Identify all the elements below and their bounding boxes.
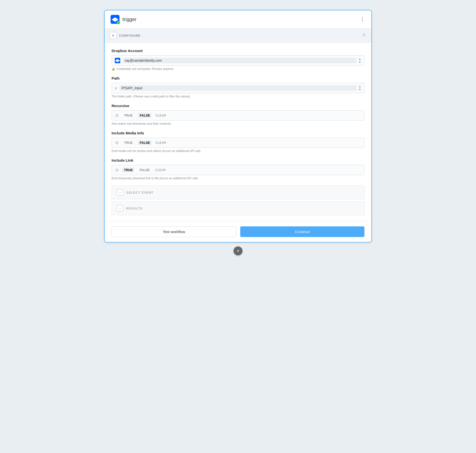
lock-icon: 🔒 [112, 67, 115, 71]
path-value: /PSAPI_Input [119, 85, 357, 91]
include-media-info-toggle-row: ⊙ TRUE FALSE CLEAR [112, 138, 364, 148]
path-label: Path [112, 76, 364, 80]
svg-line-1 [362, 34, 364, 36]
include-media-info-section: Include Media Info ⊙ TRUE FALSE CLEAR Em… [112, 131, 364, 153]
add-step-button[interactable]: + [234, 246, 242, 255]
trigger-label: trigger [122, 17, 137, 22]
media-info-true-button[interactable]: TRUE [122, 140, 134, 145]
card-footer: Test workflow Continue [105, 221, 371, 242]
toggle-icon-media: ⊙ [115, 140, 119, 145]
include-link-true-button[interactable]: TRUE [122, 168, 134, 172]
recursive-toggle-row: ⊙ TRUE FALSE CLEAR [112, 110, 364, 121]
main-card: ✓ trigger ⋮ ∨ CONFIGURE Dropbox Account [104, 10, 372, 242]
results-label: RESULTS [126, 207, 143, 210]
recursive-false-button[interactable]: FALSE [138, 113, 151, 118]
card-header: ✓ trigger ⋮ [105, 10, 371, 29]
recursive-true-button[interactable]: TRUE [122, 113, 134, 118]
include-link-false-button[interactable]: FALSE [138, 168, 151, 172]
dropbox-account-hint: 🔒 Credentials are encrypted. Revoke anyt… [112, 67, 364, 71]
dropbox-small-icon [115, 58, 120, 63]
chevron-down-icon: ∨ [112, 33, 114, 37]
select-event-section[interactable]: › SELECT EVENT [112, 185, 364, 199]
hamburger-icon: ≡ [115, 86, 117, 90]
path-section: Path ≡ /PSAPI_Input ▲ ▼ The folder path.… [112, 76, 364, 98]
recursive-section: Recursive ⊙ TRUE FALSE CLEAR Also watch … [112, 104, 364, 125]
include-media-info-label: Include Media Info [112, 131, 364, 135]
dropbox-logo: ✓ [111, 15, 119, 24]
dropbox-account-section: Dropbox Account ray@camdenfamily.com ▲ ▼… [112, 49, 364, 71]
configure-bar: ∨ CONFIGURE [105, 29, 371, 43]
include-link-clear-button[interactable]: CLEAR [155, 168, 166, 172]
select-arrows: ▲ ▼ [358, 58, 361, 63]
configure-left: ∨ CONFIGURE [110, 32, 141, 39]
path-hint: The folder path. (Please use a valid pat… [112, 95, 364, 98]
path-select[interactable]: ≡ /PSAPI_Input ▲ ▼ [112, 83, 364, 93]
header-left: ✓ trigger [111, 15, 137, 24]
toggle-icon-link: ⊙ [115, 168, 119, 172]
configure-label: CONFIGURE [119, 34, 141, 37]
pin-svg [361, 32, 366, 37]
test-workflow-button[interactable]: Test workflow [112, 226, 236, 237]
media-info-hint: Emit media info for photos and videos (i… [112, 149, 364, 153]
select-event-label: SELECT EVENT [126, 191, 153, 194]
include-link-toggle-row: ⊙ TRUE FALSE CLEAR [112, 165, 364, 175]
dropbox-account-label: Dropbox Account [112, 49, 364, 53]
dropbox-account-value: ray@camdenfamily.com [123, 58, 357, 63]
more-options-icon[interactable]: ⋮ [360, 16, 365, 23]
pin-icon [361, 32, 366, 39]
recursive-hint: Also watch sub-directories and their con… [112, 122, 364, 125]
media-info-false-button[interactable]: FALSE [138, 140, 151, 145]
include-link-section: Include Link ⊙ TRUE FALSE CLEAR Emit tem… [112, 158, 364, 180]
results-chevron[interactable]: › [117, 205, 123, 211]
green-check-badge: ✓ [117, 21, 120, 24]
recursive-label: Recursive [112, 104, 364, 108]
card-body: Dropbox Account ray@camdenfamily.com ▲ ▼… [105, 43, 371, 221]
toggle-icon-recursive: ⊙ [115, 113, 119, 118]
media-info-clear-button[interactable]: CLEAR [155, 141, 166, 145]
continue-button[interactable]: Continue [240, 226, 364, 237]
include-link-hint: Emit temporary download link to file (in… [112, 177, 364, 180]
dropbox-account-select[interactable]: ray@camdenfamily.com ▲ ▼ [112, 55, 364, 66]
results-section[interactable]: › RESULTS [112, 201, 364, 215]
configure-chevron-button[interactable]: ∨ [110, 32, 117, 39]
include-link-label: Include Link [112, 158, 364, 162]
path-arrows: ▲ ▼ [358, 85, 361, 91]
recursive-clear-button[interactable]: CLEAR [155, 114, 166, 117]
select-event-chevron[interactable]: › [117, 189, 123, 196]
